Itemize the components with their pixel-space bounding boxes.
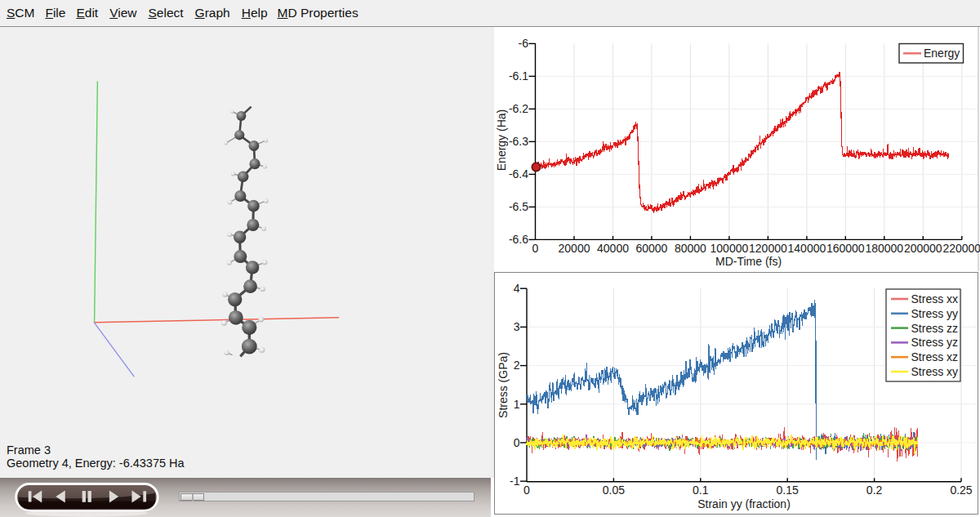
svg-text:160000: 160000	[826, 242, 865, 255]
svg-text:-6.1: -6.1	[509, 69, 528, 82]
svg-text:20000: 20000	[559, 242, 590, 255]
svg-text:100000: 100000	[710, 242, 749, 255]
svg-text:120000: 120000	[749, 242, 787, 255]
svg-text:180000: 180000	[865, 242, 903, 255]
svg-text:-6.2: -6.2	[509, 102, 528, 115]
svg-text:200000: 200000	[904, 242, 942, 255]
svg-text:80000: 80000	[675, 242, 706, 255]
svg-text:Energy (Ha): Energy (Ha)	[495, 109, 508, 171]
svg-text:220000: 220000	[942, 242, 980, 255]
svg-text:Energy: Energy	[924, 47, 960, 60]
svg-text:-6.6: -6.6	[509, 233, 528, 246]
svg-text:0: 0	[532, 242, 539, 255]
svg-text:MD-Time (fs): MD-Time (fs)	[715, 255, 782, 268]
svg-text:-6: -6	[519, 37, 529, 50]
svg-text:40000: 40000	[597, 242, 629, 255]
svg-text:140000: 140000	[788, 242, 826, 255]
svg-text:-6.3: -6.3	[509, 135, 528, 148]
svg-text:-6.5: -6.5	[509, 200, 528, 213]
svg-text:60000: 60000	[635, 242, 667, 255]
svg-text:-6.4: -6.4	[509, 167, 528, 181]
